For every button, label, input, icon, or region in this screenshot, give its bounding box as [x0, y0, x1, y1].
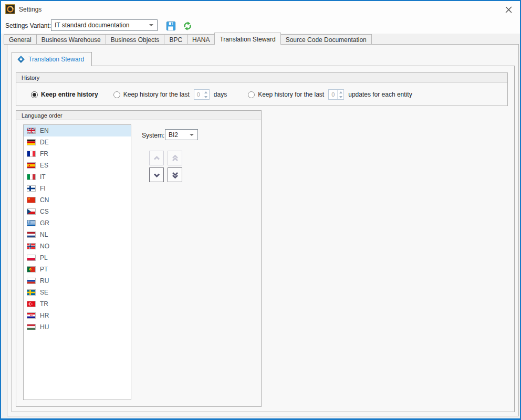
tab-label: Source Code Documentation [286, 36, 367, 44]
tab-bar: GeneralBusiness WarehouseBusiness Object… [4, 33, 371, 45]
language-list-item-gr[interactable]: GR [24, 217, 131, 229]
language-list-item-tr[interactable]: TR [24, 298, 131, 310]
move-to-top-button[interactable] [168, 151, 182, 165]
days-spinner[interactable]: 0 [194, 89, 210, 100]
language-code-label: HR [40, 312, 49, 319]
move-to-bottom-button[interactable] [168, 167, 182, 182]
close-icon [505, 6, 512, 13]
radio-icon[interactable] [248, 91, 255, 98]
tab-general[interactable]: General [4, 34, 37, 45]
updates-suffix-label: updates for each entity [348, 91, 412, 98]
language-list-item-hr[interactable]: HR [24, 310, 131, 321]
tab-page: Translation Steward History Keep entire … [7, 44, 519, 416]
variant-row: Settings Variant: IT standard documentat… [1, 17, 520, 34]
language-code-label: NO [40, 243, 49, 250]
move-down-button[interactable] [149, 167, 164, 182]
language-order-group: Language order EN DE FR ES IT FI CN CS G… [16, 110, 262, 407]
language-list-item-cs[interactable]: CS [24, 206, 131, 217]
chevron-down-icon [149, 24, 153, 26]
language-code-label: EN [40, 127, 49, 134]
language-list-item-it[interactable]: IT [24, 171, 131, 183]
language-code-label: FR [40, 150, 48, 158]
days-spinner-value: 0 [194, 90, 203, 99]
tab-bpc[interactable]: BPC [164, 34, 187, 45]
flag-icon [27, 243, 36, 249]
flag-icon [27, 220, 36, 226]
tab-label: BPC [169, 36, 182, 44]
translation-steward-panel: History Keep entire history Keep history… [12, 66, 515, 412]
radio-label: Keep history for the last [258, 91, 324, 98]
flag-icon [27, 232, 36, 238]
language-list-item-en[interactable]: EN [24, 125, 131, 136]
spinner-up-icon[interactable] [338, 90, 343, 94]
settings-variant-select[interactable]: IT standard documentation [51, 19, 158, 31]
flag-icon [27, 278, 36, 284]
flag-icon [27, 208, 36, 215]
language-code-label: DE [40, 139, 49, 146]
language-list-item-no[interactable]: NO [24, 240, 131, 252]
flag-icon [27, 197, 36, 203]
language-code-label: NL [40, 231, 48, 238]
flag-icon [27, 162, 36, 169]
save-icon [165, 20, 176, 32]
language-list-item-es[interactable]: ES [24, 160, 131, 171]
language-code-label: SE [40, 289, 48, 296]
flag-icon [27, 301, 36, 307]
close-button[interactable] [500, 3, 517, 16]
language-code-label: TR [40, 300, 48, 308]
history-group-header: History [16, 73, 507, 82]
save-button[interactable] [164, 19, 178, 33]
app-icon [5, 4, 15, 14]
history-group-title: History [16, 75, 39, 81]
flag-icon [27, 255, 36, 261]
flag-icon [27, 139, 36, 145]
flag-icon [27, 174, 36, 180]
chevron-down-icon [152, 171, 161, 180]
language-list-item-de[interactable]: DE [24, 136, 131, 148]
tab-hana[interactable]: HANA [187, 34, 215, 45]
settings-variant-label: Settings Variant: [5, 22, 51, 29]
radio-icon[interactable] [31, 91, 38, 98]
updates-spinner-value: 0 [329, 90, 337, 99]
radio-keep-entire-history[interactable]: Keep entire history [31, 91, 98, 98]
language-code-label: CS [40, 208, 49, 215]
language-list-item-fi[interactable]: FI [24, 183, 131, 194]
language-code-label: HU [40, 323, 49, 331]
tab-label: Business Objects [111, 36, 160, 44]
move-up-button[interactable] [149, 151, 164, 165]
spinner-up-icon[interactable] [203, 90, 209, 94]
flag-icon [27, 266, 36, 272]
chevron-down-icon [190, 134, 194, 136]
system-select[interactable]: BI2 [165, 129, 198, 140]
language-list-item-cn[interactable]: CN [24, 194, 131, 206]
language-list-item-fr[interactable]: FR [24, 148, 131, 160]
updates-spinner[interactable]: 0 [328, 89, 344, 100]
spinner-down-icon[interactable] [338, 94, 343, 99]
title-bar: Settings [1, 1, 520, 17]
settings-variant-value: IT standard documentation [51, 22, 149, 29]
radio-icon[interactable] [113, 91, 120, 98]
refresh-button[interactable] [181, 19, 194, 33]
spinner-down-icon[interactable] [203, 94, 209, 99]
tab-translation-steward[interactable]: Translation Steward [214, 33, 280, 45]
tab-business-warehouse[interactable]: Business Warehouse [36, 34, 106, 45]
tab-source-code-documentation[interactable]: Source Code Documentation [280, 34, 372, 45]
system-label: System: [142, 132, 164, 139]
double-chevron-up-icon [171, 154, 180, 163]
radio-keep-history-updates[interactable]: Keep history for the last 0 updates for … [248, 89, 412, 100]
tab-business-objects[interactable]: Business Objects [106, 34, 165, 45]
language-list-item-pl[interactable]: PL [24, 252, 131, 264]
flag-icon [27, 128, 36, 134]
flag-icon [27, 324, 36, 330]
language-list-item-hu[interactable]: HU [24, 321, 131, 333]
double-chevron-down-icon [171, 171, 180, 180]
language-list-item-pt[interactable]: PT [24, 264, 131, 275]
radio-keep-history-days[interactable]: Keep history for the last 0 days [113, 89, 227, 100]
language-code-label: IT [40, 173, 46, 181]
tab-translation-steward-inner[interactable]: Translation Steward [12, 52, 92, 66]
language-list-item-se[interactable]: SE [24, 287, 131, 298]
language-code-label: PL [40, 254, 48, 261]
language-list-item-nl[interactable]: NL [24, 229, 131, 240]
language-list[interactable]: EN DE FR ES IT FI CN CS GR NL NO PL PT R… [23, 124, 131, 400]
language-list-item-ru[interactable]: RU [24, 275, 131, 287]
